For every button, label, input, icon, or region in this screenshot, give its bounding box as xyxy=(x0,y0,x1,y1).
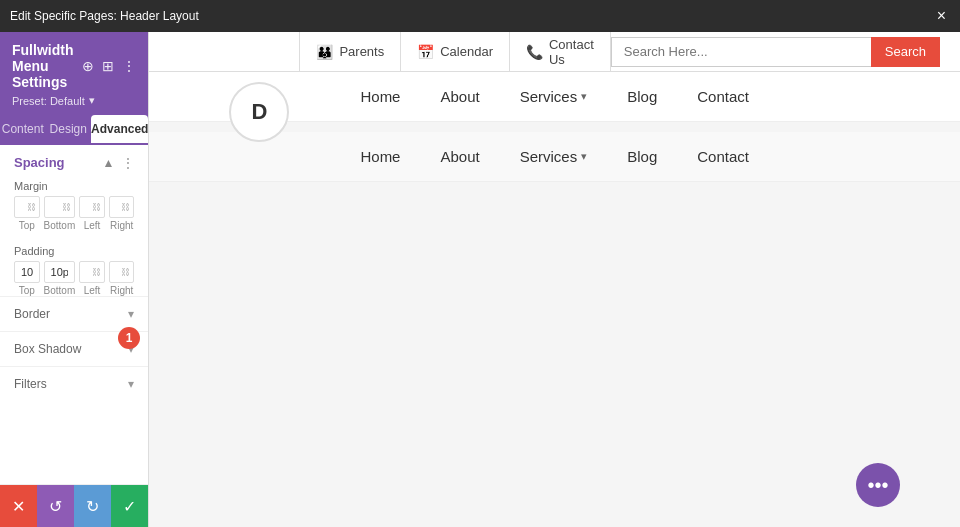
margin-top-group: ⛓ Top xyxy=(14,196,40,231)
margin-right-group: ⛓ Right xyxy=(109,196,135,231)
border-section[interactable]: Border ▾ xyxy=(0,296,148,331)
menu1-about-label: About xyxy=(440,88,479,105)
redo-button[interactable]: ↻ xyxy=(74,485,111,527)
padding-top-input[interactable] xyxy=(14,261,40,283)
close-button[interactable]: × xyxy=(933,7,950,25)
tab-advanced[interactable]: Advanced xyxy=(91,115,148,143)
preset-label: Preset: Default xyxy=(12,95,85,107)
nav-contact-us[interactable]: 📞 Contact Us xyxy=(510,32,611,71)
menu1-blog-label: Blog xyxy=(627,88,657,105)
margin-left-group: ⛓ Left xyxy=(79,196,105,231)
search-area: Search xyxy=(611,37,940,67)
spacing-section-header[interactable]: Spacing ▲ ⋮ xyxy=(0,145,148,176)
cancel-button[interactable]: ✕ xyxy=(0,485,37,527)
border-label: Border xyxy=(14,307,50,321)
filters-chevron: ▾ xyxy=(128,377,134,391)
menu2-contact[interactable]: Contact xyxy=(697,148,749,165)
menu1-blog[interactable]: Blog xyxy=(627,88,657,105)
menu2-blog[interactable]: Blog xyxy=(627,148,657,165)
filters-label: Filters xyxy=(14,377,47,391)
menu2-about-label: About xyxy=(440,148,479,165)
phone-icon: 📞 xyxy=(526,44,543,60)
fab-button[interactable]: ••• xyxy=(856,463,900,507)
main-area: Fullwidth Menu Settings ⊕ ⊞ ⋮ Preset: De… xyxy=(0,32,960,527)
margin-right-label: Right xyxy=(110,220,133,231)
layout-icon[interactable]: ⊞ xyxy=(102,58,114,74)
link-icon-margin-right: ⛓ xyxy=(121,202,130,212)
menu2-contact-label: Contact xyxy=(697,148,749,165)
menu1-contact[interactable]: Contact xyxy=(697,88,749,105)
topbar-title: Edit Specific Pages: Header Layout xyxy=(10,9,199,23)
confirm-button[interactable]: ✓ xyxy=(111,485,148,527)
margin-top-label: Top xyxy=(19,220,35,231)
menu1-services-label: Services xyxy=(520,88,578,105)
nav-contact-label: Contact Us xyxy=(549,37,594,67)
panel-title: Fullwidth Menu Settings xyxy=(12,42,82,90)
parents-icon: 👪 xyxy=(316,44,333,60)
preview-area: 👪 Parents 📅 Calendar 📞 Contact Us Search… xyxy=(149,32,960,527)
spacing-more-icon[interactable]: ⋮ xyxy=(122,156,134,170)
menu2-blog-label: Blog xyxy=(627,148,657,165)
panel-header: Fullwidth Menu Settings ⊕ ⊞ ⋮ Preset: De… xyxy=(0,32,148,115)
margin-inputs-row: ⛓ Top ⛓ Bottom ⛓ Left xyxy=(0,194,148,231)
menu1-about[interactable]: About xyxy=(440,88,479,105)
step-badge: 1 xyxy=(118,327,140,349)
padding-inputs-row: Top Bottom ⛓ Left ⛓ xyxy=(0,259,148,296)
preset-chevron: ▾ xyxy=(89,94,95,107)
menu2-home-label: Home xyxy=(360,148,400,165)
target-icon[interactable]: ⊕ xyxy=(82,58,94,74)
topbar: Edit Specific Pages: Header Layout × xyxy=(0,0,960,32)
padding-top-label: Top xyxy=(19,285,35,296)
padding-top-group: Top xyxy=(14,261,40,296)
menu1-services[interactable]: Services ▾ xyxy=(520,88,588,105)
spacing-collapse-icon[interactable]: ▲ xyxy=(103,156,115,170)
padding-bottom-group: Bottom xyxy=(44,261,76,296)
panel-actions: ✕ ↺ ↻ ✓ xyxy=(0,484,148,527)
menu1-home-label: Home xyxy=(360,88,400,105)
margin-bottom-group: ⛓ Bottom xyxy=(44,196,76,231)
search-button[interactable]: Search xyxy=(871,37,940,67)
panel-header-top: Fullwidth Menu Settings ⊕ ⊞ ⋮ xyxy=(12,42,136,90)
logo-letter: D xyxy=(251,99,267,125)
panel-body: Spacing ▲ ⋮ Margin ⛓ Top xyxy=(0,145,148,484)
menu2-home[interactable]: Home xyxy=(360,148,400,165)
undo-button[interactable]: ↺ xyxy=(37,485,74,527)
margin-label: Margin xyxy=(0,176,148,194)
section-header-icons: ▲ ⋮ xyxy=(103,156,135,170)
menu2-services-chevron: ▾ xyxy=(581,150,587,163)
link-icon-padding-right: ⛓ xyxy=(121,267,130,277)
margin-left-label: Left xyxy=(84,220,101,231)
panel-header-icons: ⊕ ⊞ ⋮ xyxy=(82,58,136,74)
menu2-services[interactable]: Services ▾ xyxy=(520,148,588,165)
padding-right-label: Right xyxy=(110,285,133,296)
padding-left-label: Left xyxy=(84,285,101,296)
nav-parents[interactable]: 👪 Parents xyxy=(299,32,401,71)
padding-label: Padding xyxy=(0,241,148,259)
nav-calendar[interactable]: 📅 Calendar xyxy=(401,32,510,71)
padding-bottom-input[interactable] xyxy=(44,261,76,283)
menu1-services-chevron: ▾ xyxy=(581,90,587,103)
boxshadow-label: Box Shadow xyxy=(14,342,81,356)
logo-circle: D xyxy=(229,82,289,142)
nav-top-bar: 👪 Parents 📅 Calendar 📞 Contact Us Search xyxy=(149,32,960,72)
menu2-about[interactable]: About xyxy=(440,148,479,165)
more-icon[interactable]: ⋮ xyxy=(122,58,136,74)
tab-design[interactable]: Design xyxy=(46,115,92,143)
border-chevron: ▾ xyxy=(128,307,134,321)
link-icon-margin-bottom: ⛓ xyxy=(62,202,71,212)
margin-bottom-label: Bottom xyxy=(44,220,76,231)
filters-section[interactable]: Filters ▾ xyxy=(0,366,148,401)
tab-content[interactable]: Content xyxy=(0,115,46,143)
menu1-home[interactable]: Home xyxy=(360,88,400,105)
padding-right-group: ⛓ Right xyxy=(109,261,135,296)
panel-tabs: Content Design Advanced xyxy=(0,115,148,145)
menu1-contact-label: Contact xyxy=(697,88,749,105)
link-icon-padding-left: ⛓ xyxy=(92,267,101,277)
search-input[interactable] xyxy=(611,37,871,67)
panel-preset[interactable]: Preset: Default ▾ xyxy=(12,94,136,107)
padding-bottom-label: Bottom xyxy=(44,285,76,296)
calendar-icon: 📅 xyxy=(417,44,434,60)
menu2-services-label: Services xyxy=(520,148,578,165)
settings-panel: Fullwidth Menu Settings ⊕ ⊞ ⋮ Preset: De… xyxy=(0,32,149,527)
nav-calendar-label: Calendar xyxy=(440,44,493,59)
